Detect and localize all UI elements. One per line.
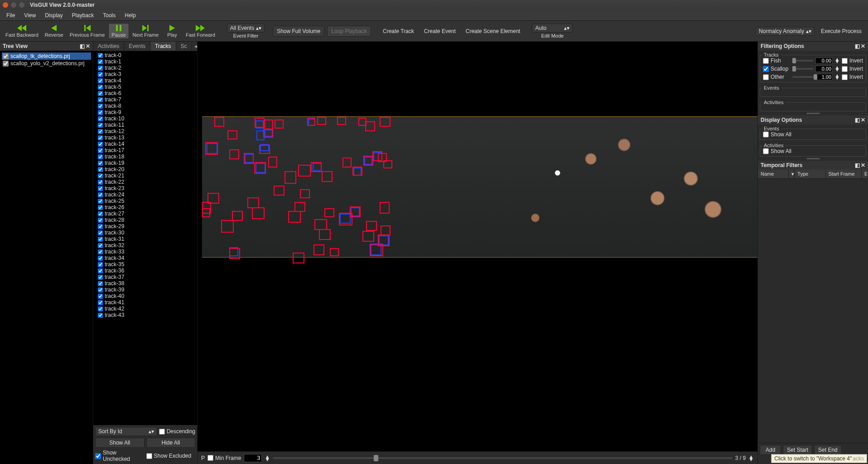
- track-row[interactable]: track-8: [95, 103, 195, 109]
- track-checkbox[interactable]: [98, 313, 103, 318]
- track-checkbox[interactable]: [98, 205, 103, 210]
- tab-tracks[interactable]: Tracks: [150, 42, 176, 51]
- track-checkbox[interactable]: [98, 211, 103, 216]
- track-checkbox[interactable]: [98, 237, 103, 242]
- tab-events[interactable]: Events: [124, 42, 150, 51]
- frame-slider[interactable]: [273, 457, 733, 459]
- detection-box[interactable]: [275, 120, 284, 129]
- track-row[interactable]: track-34: [95, 255, 195, 261]
- detection-box[interactable]: [288, 211, 301, 223]
- create-scene-element-button[interactable]: Create Scene Element: [462, 26, 524, 36]
- detection-box[interactable]: [317, 117, 326, 125]
- track-row[interactable]: track-42: [95, 306, 195, 312]
- track-row[interactable]: track-27: [95, 210, 195, 217]
- track-checkbox[interactable]: [98, 192, 103, 197]
- detection-box[interactable]: [366, 221, 377, 231]
- track-row[interactable]: track-41: [95, 299, 195, 306]
- track-checkbox[interactable]: [98, 218, 103, 223]
- filter-value-input[interactable]: [815, 66, 833, 72]
- fast-forward-button[interactable]: Fast Forward: [183, 23, 218, 39]
- spinner-down-icon[interactable]: ▼: [748, 458, 754, 461]
- track-row[interactable]: track-18: [95, 153, 195, 160]
- track-checkbox[interactable]: [98, 256, 103, 261]
- detection-box[interactable]: [350, 206, 361, 217]
- detection-box[interactable]: [380, 117, 391, 127]
- filter-invert-checkbox[interactable]: [842, 74, 848, 80]
- detection-box[interactable]: [205, 142, 218, 155]
- video-canvas[interactable]: [198, 42, 757, 451]
- detection-box[interactable]: [342, 158, 352, 167]
- track-row[interactable]: track-3: [95, 71, 195, 77]
- track-row[interactable]: track-1: [95, 58, 195, 65]
- track-row[interactable]: track-5: [95, 84, 195, 90]
- filter-invert-checkbox[interactable]: [842, 66, 848, 72]
- track-checkbox[interactable]: [98, 186, 103, 191]
- resize-handle-icon[interactable]: [806, 158, 820, 159]
- track-row[interactable]: track-39: [95, 287, 195, 293]
- create-event-button[interactable]: Create Event: [420, 26, 459, 36]
- undock-icon[interactable]: ◧: [855, 43, 860, 49]
- track-checkbox[interactable]: [98, 300, 103, 305]
- menu-tools[interactable]: Tools: [99, 11, 119, 20]
- detection-box[interactable]: [293, 253, 304, 263]
- detection-box[interactable]: [254, 162, 266, 174]
- min-frame-checkbox[interactable]: Min Frame: [207, 455, 241, 461]
- set-end-button[interactable]: Set End: [814, 445, 842, 455]
- tree-item[interactable]: scallop_yolo_v2_detections.prj: [2, 60, 91, 67]
- detection-box[interactable]: [207, 193, 219, 204]
- detection-box[interactable]: [232, 211, 243, 221]
- track-checkbox[interactable]: [98, 97, 103, 102]
- menu-playback[interactable]: Playback: [68, 11, 98, 20]
- detection-box[interactable]: [311, 162, 322, 172]
- track-checkbox[interactable]: [98, 116, 103, 121]
- tree-item-checkbox[interactable]: [3, 53, 9, 59]
- normalcy-select[interactable]: Normalcy Anomaly ▴▾: [756, 27, 815, 36]
- track-row[interactable]: track-33: [95, 249, 195, 255]
- detection-box[interactable]: [352, 167, 362, 176]
- detection-box[interactable]: [252, 207, 265, 219]
- track-checkbox[interactable]: [98, 268, 103, 273]
- previous-frame-button[interactable]: Previous Frame: [67, 23, 108, 39]
- tree-item-checkbox[interactable]: [3, 61, 9, 67]
- track-checkbox[interactable]: [98, 59, 103, 64]
- track-row[interactable]: track-12: [95, 128, 195, 134]
- track-checkbox[interactable]: [98, 104, 103, 109]
- track-checkbox[interactable]: [98, 281, 103, 286]
- filter-slider[interactable]: [792, 68, 814, 70]
- fast-backward-button[interactable]: Fast Backward: [3, 23, 41, 39]
- edit-mode-select[interactable]: Auto ▴▾: [532, 24, 573, 33]
- track-row[interactable]: track-22: [95, 179, 195, 185]
- detection-box[interactable]: [307, 118, 315, 126]
- menu-help[interactable]: Help: [121, 11, 140, 20]
- filter-slider[interactable]: [792, 76, 814, 78]
- detection-box[interactable]: [221, 220, 234, 233]
- tab-sc[interactable]: Sc: [176, 42, 192, 51]
- spinner-down-icon[interactable]: ▼: [834, 69, 840, 71]
- undock-icon[interactable]: ◧: [855, 162, 860, 168]
- close-panel-icon[interactable]: ✕: [86, 43, 90, 49]
- track-row[interactable]: track-6: [95, 90, 195, 96]
- temporal-table-header[interactable]: Name ▾ Type Start Frame E: [758, 170, 868, 179]
- menu-display[interactable]: Display: [41, 11, 66, 20]
- pause-button[interactable]: Pause: [108, 23, 129, 39]
- detection-box[interactable]: [319, 229, 331, 240]
- track-row[interactable]: track-2: [95, 65, 195, 71]
- detection-box[interactable]: [227, 130, 237, 139]
- tree-item[interactable]: scallop_tk_detections.prj: [2, 53, 91, 60]
- filter-other-checkbox[interactable]: [763, 74, 769, 80]
- track-row[interactable]: track-13: [95, 134, 195, 141]
- track-row[interactable]: track-28: [95, 217, 195, 223]
- close-window-icon[interactable]: [3, 2, 8, 8]
- track-checkbox[interactable]: [98, 224, 103, 229]
- events-show-all-checkbox[interactable]: Show All: [763, 131, 791, 138]
- track-checkbox[interactable]: [98, 66, 103, 71]
- track-row[interactable]: track-35: [95, 261, 195, 268]
- track-row[interactable]: track-23: [95, 185, 195, 191]
- detection-box[interactable]: [324, 208, 334, 217]
- track-checkbox[interactable]: [98, 199, 103, 204]
- track-row[interactable]: track-9: [95, 109, 195, 115]
- detection-box[interactable]: [255, 118, 265, 128]
- track-checkbox[interactable]: [98, 249, 103, 254]
- track-row[interactable]: track-0: [95, 52, 195, 58]
- track-checkbox[interactable]: [98, 173, 103, 178]
